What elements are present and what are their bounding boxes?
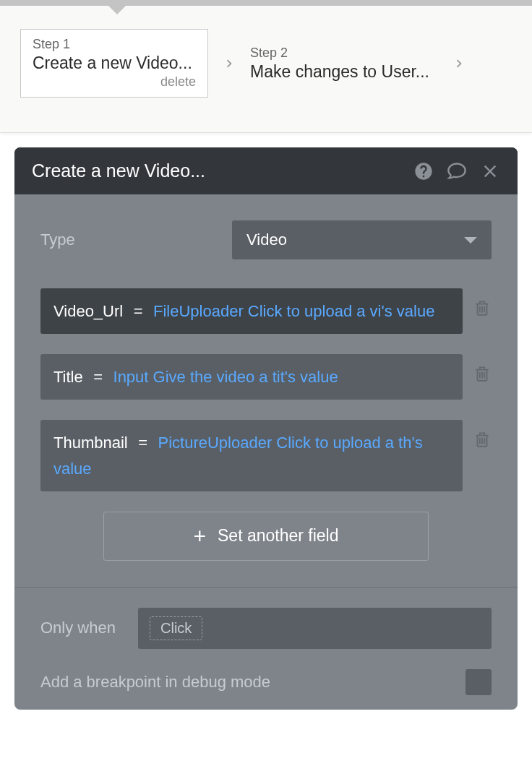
type-row: Type Video [40,220,492,259]
plus-icon: + [193,525,206,547]
field-name: Title [53,368,83,386]
equals-sign: = [93,368,103,386]
field-assignment[interactable]: Title = Input Give the video a tit's val… [40,354,463,400]
editor-header: Create a new Video... [14,147,518,194]
only-when-label: Only when [40,619,138,637]
step-label: Step 1 [33,37,196,52]
top-divider-bar [0,0,532,6]
step-delete-link[interactable]: delete [33,74,196,90]
editor-body: Type Video Video_Url = FileUploader Clic… [14,194,518,710]
field-row: Thumbnail = PictureUploader Click to upl… [40,420,492,491]
trash-icon[interactable] [473,430,492,449]
workflow-steps: Step 1 Create a new Video... delete Step… [20,29,512,98]
only-when-row: Only when Click [40,608,492,649]
action-editor-panel: Create a new Video... Type Video Video_U… [14,147,518,710]
only-when-input[interactable]: Click [138,608,492,649]
field-assignment[interactable]: Video_Url = FileUploader Click to upload… [40,288,463,334]
arrow-right-icon [221,56,237,72]
trash-icon[interactable] [473,298,492,317]
set-field-text: Set another field [218,526,339,546]
click-chip[interactable]: Click [150,616,202,640]
type-label: Type [40,231,232,249]
close-icon[interactable] [480,161,500,181]
breakpoint-row: Add a breakpoint in debug mode [40,669,492,695]
type-value: Video [246,231,287,249]
help-icon[interactable] [413,161,434,181]
workflow-step-1[interactable]: Step 1 Create a new Video... delete [20,29,208,98]
editor-title: Create a new Video... [32,160,205,181]
type-select[interactable]: Video [232,220,492,259]
section-divider [14,587,518,588]
equals-sign: = [134,302,143,320]
workflow-panel: Step 1 Create a new Video... delete Step… [0,6,532,133]
header-icons [413,161,500,181]
field-assignment[interactable]: Thumbnail = PictureUploader Click to upl… [40,420,463,491]
step-label: Step 2 [250,46,438,61]
field-name: Thumbnail [53,434,128,452]
step-title: Create a new Video... [33,53,196,73]
trash-icon[interactable] [473,364,492,383]
field-value[interactable]: Input Give the video a tit's value [113,368,338,386]
breakpoint-checkbox[interactable] [466,669,492,695]
step-title: Make changes to User... [250,62,438,82]
comment-icon[interactable] [447,161,467,181]
field-row: Video_Url = FileUploader Click to upload… [40,288,492,334]
field-name: Video_Url [53,302,123,320]
field-row: Title = Input Give the video a tit's val… [40,354,492,400]
set-another-field-button[interactable]: + Set another field [103,512,429,561]
equals-sign: = [138,434,147,452]
field-value[interactable]: FileUploader Click to upload a vi's valu… [153,302,434,320]
breakpoint-label: Add a breakpoint in debug mode [40,673,270,692]
workflow-step-2[interactable]: Step 2 Make changes to User... [250,46,438,82]
chevron-down-icon [464,237,477,244]
arrow-right-icon [451,56,467,72]
